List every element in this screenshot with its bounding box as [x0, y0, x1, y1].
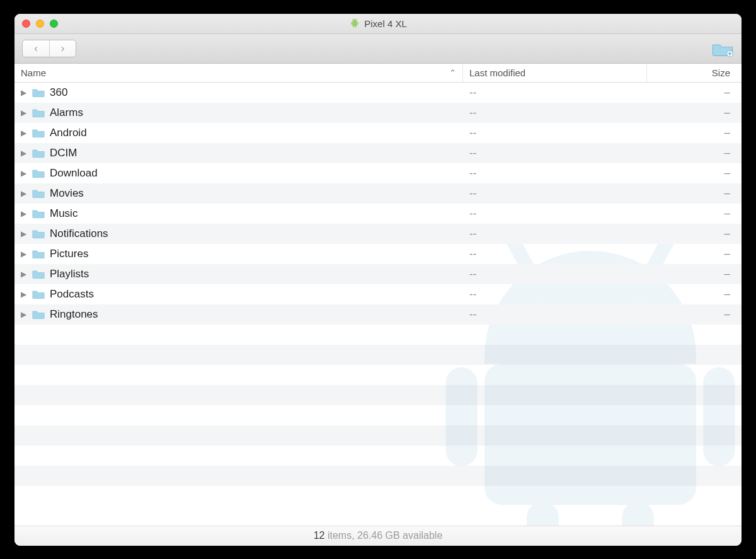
disclosure-triangle-icon[interactable]: ▶ [14, 229, 32, 238]
item-name: Music [50, 207, 463, 220]
folder-icon [32, 108, 45, 118]
item-name: Android [50, 127, 463, 139]
new-folder-icon [711, 40, 734, 57]
item-modified: -- [463, 228, 647, 240]
column-header-size[interactable]: Size [647, 64, 742, 82]
empty-row [14, 446, 742, 466]
item-modified: -- [463, 248, 647, 260]
item-modified: -- [463, 167, 647, 180]
empty-row [14, 325, 742, 345]
item-name: 360 [50, 86, 463, 99]
table-row[interactable]: ▶Music--– [14, 204, 742, 224]
item-modified: -- [463, 127, 647, 139]
zoom-window-button[interactable] [50, 20, 58, 28]
folder-icon [32, 168, 45, 178]
disclosure-triangle-icon[interactable]: ▶ [14, 129, 32, 137]
svg-rect-3 [351, 22, 352, 25]
empty-row [14, 425, 742, 446]
folder-icon [32, 188, 45, 199]
disclosure-triangle-icon[interactable]: ▶ [14, 250, 32, 258]
titlebar[interactable]: Pixel 4 XL [14, 14, 742, 34]
status-free-suffix: available [400, 530, 443, 541]
window-controls [22, 20, 58, 28]
new-folder-button[interactable] [711, 40, 734, 57]
column-header-modified[interactable]: Last modified [463, 64, 647, 82]
folder-icon [32, 289, 45, 299]
toolbar: ‹ › [14, 34, 742, 64]
status-item-count: 12 [314, 530, 325, 541]
device-browser-window: Pixel 4 XL ‹ › Name ⌃ Last modified [14, 14, 742, 546]
file-list[interactable]: ▶360--–▶Alarms--–▶Android--–▶DCIM--–▶Dow… [14, 83, 742, 526]
table-row[interactable]: ▶Podcasts--– [14, 284, 742, 304]
item-modified: -- [463, 187, 647, 200]
item-size: – [647, 207, 742, 220]
table-row[interactable]: ▶360--– [14, 83, 742, 103]
empty-row [14, 385, 742, 405]
item-size: – [647, 308, 742, 321]
svg-rect-6 [355, 26, 357, 28]
item-size: – [647, 167, 742, 180]
column-headers: Name ⌃ Last modified Size [14, 64, 742, 83]
disclosure-triangle-icon[interactable]: ▶ [14, 290, 32, 299]
empty-row [14, 345, 742, 365]
item-name: Playlists [50, 268, 463, 280]
item-size: – [647, 248, 742, 260]
column-header-name[interactable]: Name ⌃ [14, 64, 463, 82]
column-header-name-label: Name [21, 67, 46, 78]
table-row[interactable]: ▶Download--– [14, 163, 742, 183]
item-name: Movies [50, 187, 463, 200]
table-row[interactable]: ▶DCIM--– [14, 143, 742, 163]
folder-icon [32, 269, 45, 279]
status-items-suffix: items, [325, 530, 358, 541]
svg-point-1 [353, 20, 354, 21]
table-row[interactable]: ▶Pictures--– [14, 244, 742, 264]
item-modified: -- [463, 107, 647, 119]
disclosure-triangle-icon[interactable]: ▶ [14, 149, 32, 158]
svg-rect-4 [357, 22, 358, 25]
item-name: Alarms [50, 107, 463, 119]
table-row[interactable]: ▶Ringtones--– [14, 304, 742, 325]
table-row[interactable]: ▶Android--– [14, 123, 742, 143]
table-row[interactable]: ▶Notifications--– [14, 224, 742, 244]
item-size: – [647, 107, 742, 119]
status-free-space: 26.46 GB [357, 530, 400, 541]
sort-ascending-icon: ⌃ [449, 68, 456, 78]
empty-row [14, 466, 742, 486]
disclosure-triangle-icon[interactable]: ▶ [14, 108, 32, 117]
forward-button[interactable]: › [49, 40, 76, 57]
disclosure-triangle-icon[interactable]: ▶ [14, 189, 32, 198]
column-header-size-label: Size [712, 67, 730, 78]
back-button[interactable]: ‹ [23, 40, 49, 57]
folder-icon [32, 209, 45, 219]
status-bar: 12 items, 26.46 GB available [14, 526, 742, 546]
disclosure-triangle-icon[interactable]: ▶ [14, 169, 32, 178]
empty-row [14, 365, 742, 385]
table-row[interactable]: ▶Playlists--– [14, 264, 742, 284]
close-window-button[interactable] [22, 20, 30, 28]
empty-row [14, 405, 742, 425]
item-name: DCIM [50, 147, 463, 159]
table-row[interactable]: ▶Alarms--– [14, 103, 742, 123]
chevron-left-icon: ‹ [34, 42, 38, 55]
folder-icon [32, 88, 45, 98]
disclosure-triangle-icon[interactable]: ▶ [14, 310, 32, 319]
item-name: Notifications [50, 228, 463, 240]
disclosure-triangle-icon[interactable]: ▶ [14, 270, 32, 279]
minimize-window-button[interactable] [36, 20, 44, 28]
folder-icon [32, 249, 45, 259]
item-modified: -- [463, 268, 647, 280]
item-size: – [647, 187, 742, 200]
item-size: – [647, 288, 742, 301]
folder-icon [32, 229, 45, 239]
folder-icon [32, 128, 45, 138]
disclosure-triangle-icon[interactable]: ▶ [14, 88, 32, 97]
folder-icon [32, 148, 45, 158]
column-header-modified-label: Last modified [469, 67, 525, 78]
window-title: Pixel 4 XL [14, 18, 742, 29]
table-row[interactable]: ▶Movies--– [14, 183, 742, 204]
svg-point-2 [355, 20, 356, 21]
item-size: – [647, 127, 742, 139]
nav-segment: ‹ › [22, 40, 76, 57]
disclosure-triangle-icon[interactable]: ▶ [14, 209, 32, 218]
item-modified: -- [463, 207, 647, 220]
